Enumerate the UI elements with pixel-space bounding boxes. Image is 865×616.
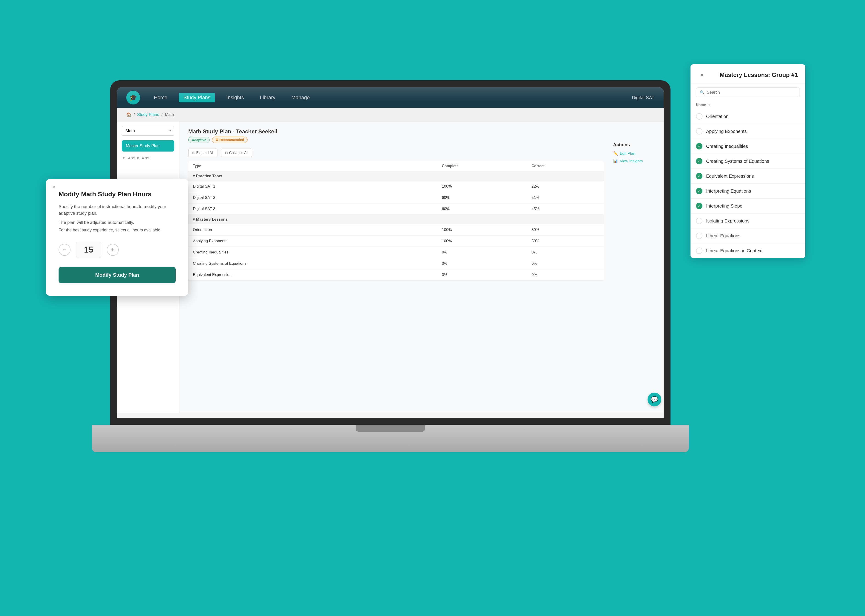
- mastery-list-header: Name ⇅: [690, 101, 805, 109]
- mastery-item-label: Interpreting Slope: [706, 203, 742, 209]
- mastery-item-label: Equivalent Expressions: [706, 174, 754, 179]
- mastery-item-applying-exponents[interactable]: Applying Exponents: [690, 124, 805, 139]
- col-type: Type: [188, 161, 406, 171]
- mastery-list: Orientation Applying Exponents ✓ Creatin…: [690, 109, 805, 258]
- insights-icon: 📊: [613, 159, 618, 163]
- study-table: Type Complete Correct: [188, 161, 604, 281]
- app-navigation: 🎓 Home Study Plans Insights Library Mana…: [117, 87, 664, 108]
- mastery-close-button[interactable]: ×: [698, 71, 706, 79]
- checked-icon: ✓: [696, 203, 702, 209]
- mastery-item-label: Creating Inequalities: [706, 144, 748, 149]
- nav-library[interactable]: Library: [255, 93, 280, 102]
- expand-all-button[interactable]: ⊞ Expand All: [188, 149, 217, 157]
- breadcrumb-study-plans[interactable]: Study Plans: [137, 112, 159, 117]
- breadcrumb: 🏠 / Study Plans / Math: [117, 108, 664, 121]
- hours-stepper: − 15 +: [58, 242, 176, 258]
- unchecked-icon: [696, 233, 702, 239]
- modify-desc-2: The plan will be adjusted automatically.: [58, 219, 176, 226]
- nav-study-plans[interactable]: Study Plans: [179, 93, 215, 102]
- col-complete: Complete: [437, 161, 527, 171]
- breadcrumb-math: Math: [165, 112, 174, 117]
- mastery-item-label: Interpreting Equations: [706, 189, 751, 194]
- laptop-base: [92, 425, 689, 452]
- graduation-cap-icon: 🎓: [129, 94, 137, 102]
- search-icon: 🔍: [700, 90, 705, 94]
- modify-study-plan-button[interactable]: Modify Study Plan: [58, 267, 176, 283]
- mastery-item-label: Orientation: [706, 114, 728, 119]
- nav-manage[interactable]: Manage: [287, 93, 315, 102]
- table-row[interactable]: Applying Exponents 100% 50%: [188, 236, 604, 247]
- col-correct: Correct: [527, 161, 604, 171]
- nav-right-text: Digital SAT: [632, 95, 654, 101]
- mastery-item-label: Linear Equations: [706, 233, 741, 239]
- modify-best-practice: For the best study experience, select al…: [58, 228, 176, 233]
- edit-icon: ✏️: [613, 151, 618, 156]
- mastery-lessons-panel: × Mastery Lessons: Group #1 🔍 Name ⇅ Ori…: [690, 64, 805, 258]
- table-row[interactable]: Equivalent Expressions 0% 0%: [188, 269, 604, 281]
- mastery-panel-title: Mastery Lessons: Group #1: [720, 71, 798, 79]
- sidebar-master-study-plan[interactable]: Master Study Plan: [122, 140, 174, 151]
- section-practice-tests: ▾ Practice Tests: [188, 171, 604, 181]
- table-row[interactable]: Digital SAT 2 60% 51%: [188, 192, 604, 203]
- recommended-badge: ⚙ Recommended: [212, 137, 247, 143]
- mastery-item-linear-equations-context[interactable]: Linear Equations in Context: [690, 243, 805, 258]
- checked-icon: ✓: [696, 188, 702, 194]
- content-area: Math Study Plan - Teacher Seekell Adapti…: [179, 121, 664, 413]
- unchecked-icon: [696, 218, 702, 224]
- decrement-button[interactable]: −: [58, 244, 71, 256]
- checked-icon: ✓: [696, 143, 702, 149]
- app-logo: 🎓: [126, 91, 140, 104]
- checked-icon: ✓: [696, 158, 702, 164]
- mastery-item-creating-inequalities[interactable]: ✓ Creating Inequalities: [690, 139, 805, 154]
- mastery-item-orientation[interactable]: Orientation: [690, 109, 805, 124]
- mastery-item-interpreting-slope[interactable]: ✓ Interpreting Slope: [690, 198, 805, 213]
- chat-bubble[interactable]: 💬: [648, 393, 661, 406]
- nav-home[interactable]: Home: [149, 93, 172, 102]
- modify-close-button[interactable]: ×: [52, 184, 55, 190]
- subject-select[interactable]: Math: [122, 126, 174, 136]
- mastery-search-input[interactable]: [707, 90, 796, 95]
- mastery-item-label: Creating Systems of Equations: [706, 159, 769, 164]
- table-row[interactable]: Orientation 100% 89%: [188, 224, 604, 236]
- modify-modal: × Modify Math Study Plan Hours Specify t…: [46, 179, 188, 296]
- mastery-item-interpreting-equations[interactable]: ✓ Interpreting Equations: [690, 184, 805, 198]
- hours-value: 15: [76, 242, 101, 258]
- mastery-item-equivalent-expressions[interactable]: ✓ Equivalent Expressions: [690, 168, 805, 184]
- unchecked-icon: [696, 128, 702, 135]
- table-row[interactable]: Creating Systems of Equations 0% 0%: [188, 258, 604, 269]
- modify-modal-title: Modify Math Study Plan Hours: [58, 190, 176, 198]
- checked-icon: ✓: [696, 173, 702, 179]
- adaptive-badge: Adaptive: [188, 137, 210, 143]
- sidebar-class-plans-label: CLASS PLANS: [122, 154, 174, 161]
- table-row[interactable]: Digital SAT 1 100% 22%: [188, 181, 604, 192]
- section-mastery-lessons: ▾ Mastery Lessons: [188, 215, 604, 224]
- unchecked-icon: [696, 113, 702, 119]
- mastery-item-label: Applying Exponents: [706, 129, 747, 134]
- modify-desc-1: Specify the number of instructional hour…: [58, 203, 176, 217]
- home-icon[interactable]: 🏠: [126, 112, 131, 117]
- collapse-all-button[interactable]: ⊟ Collapse All: [221, 149, 252, 157]
- mastery-item-linear-equations[interactable]: Linear Equations: [690, 228, 805, 243]
- nav-insights[interactable]: Insights: [222, 93, 248, 102]
- page-title: Math Study Plan - Teacher Seekell: [188, 128, 277, 135]
- table-row[interactable]: Digital SAT 3 60% 45%: [188, 203, 604, 215]
- unchecked-icon: [696, 248, 702, 254]
- edit-plan-button[interactable]: ✏️ Edit Plan: [613, 151, 654, 156]
- table-row[interactable]: Creating Inequalities 0% 0%: [188, 247, 604, 258]
- actions-label: Actions: [613, 142, 654, 148]
- mastery-item-label: Isolating Expressions: [706, 218, 750, 224]
- increment-button[interactable]: +: [107, 244, 119, 256]
- mastery-item-label: Linear Equations in Context: [706, 248, 763, 253]
- mastery-item-isolating-expressions[interactable]: Isolating Expressions: [690, 213, 805, 228]
- view-insights-button[interactable]: 📊 View Insights: [613, 159, 654, 163]
- mastery-item-creating-systems[interactable]: ✓ Creating Systems of Equations: [690, 154, 805, 168]
